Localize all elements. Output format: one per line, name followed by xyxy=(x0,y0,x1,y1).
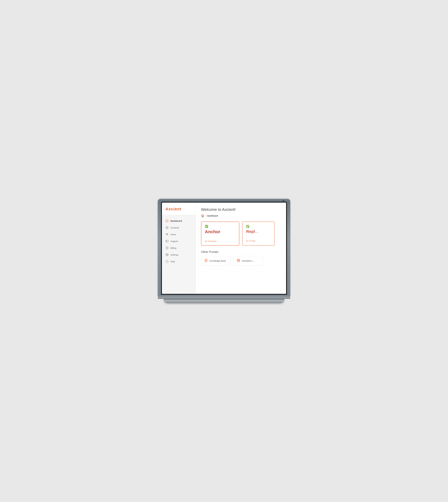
support-icon xyxy=(165,240,169,243)
main-content: Welcome to Axcient! 🏠 / Dashboard ✅ Anch… xyxy=(196,203,286,294)
sidebar-item-users[interactable]: Users xyxy=(162,231,196,238)
breadcrumb: 🏠 / Dashboard xyxy=(201,214,281,217)
card-status-check-replication: ✅ xyxy=(246,225,271,228)
screen-bezel: Axcient Dashboard xyxy=(161,202,287,295)
sidebar-nav: Dashboard Contacts xyxy=(162,215,196,294)
sidebar-logo-area: Axcient xyxy=(162,203,196,215)
laptop-foot xyxy=(164,299,284,303)
page-title: Welcome to Axcient! xyxy=(201,207,281,212)
portal-cards-row: ✅ Anchor Go To Anchor → ✅ Repl... Go To … xyxy=(201,222,281,245)
svg-point-8 xyxy=(166,247,168,249)
sidebar-item-label-billing: Billing xyxy=(170,247,176,249)
sidebar-item-label-help: Help xyxy=(170,260,175,263)
sidebar-item-label-dashboard: Dashboard xyxy=(170,220,182,222)
portal-card-replication[interactable]: ✅ Repl... Go To Rep... xyxy=(242,222,275,245)
card-status-check-anchor: ✅ xyxy=(205,225,236,228)
card-name-replication: Repl... xyxy=(246,229,271,234)
sidebar-item-dashboard[interactable]: Dashboard xyxy=(162,217,196,224)
breadcrumb-current: Dashboard xyxy=(207,215,218,217)
other-portals-title: Other Portals xyxy=(201,250,281,254)
other-portal-name-schedule: Schedule L... xyxy=(242,259,255,262)
laptop-base xyxy=(158,296,290,299)
card-name-anchor: Anchor xyxy=(205,229,236,234)
portal-card-anchor[interactable]: ✅ Anchor Go To Anchor → xyxy=(201,222,239,245)
schedule-icon xyxy=(237,259,240,263)
logo-rest: xcient xyxy=(169,207,181,211)
other-portal-card-schedule[interactable]: Schedule L... xyxy=(233,256,263,266)
breadcrumb-separator: / xyxy=(206,215,206,217)
help-icon xyxy=(165,260,169,263)
breadcrumb-home-icon[interactable]: 🏠 xyxy=(201,214,204,217)
sidebar: Axcient Dashboard xyxy=(162,203,196,294)
brand-logo: Axcient xyxy=(165,207,192,211)
card-link-replication[interactable]: Go To Rep... xyxy=(246,240,271,242)
sidebar-item-contacts[interactable]: Contacts xyxy=(162,224,196,231)
sidebar-item-label-support: Support xyxy=(170,240,178,243)
users-icon xyxy=(165,233,169,236)
logo-accent: A xyxy=(165,207,169,211)
card-link-anchor[interactable]: Go To Anchor → xyxy=(205,240,236,242)
sidebar-item-billing[interactable]: Billing xyxy=(162,244,196,251)
document-icon xyxy=(204,259,208,263)
svg-point-6 xyxy=(167,233,168,234)
contacts-icon xyxy=(165,226,169,229)
other-portals-row: Knowledge Base Schedule L... xyxy=(201,256,281,266)
camera-notch xyxy=(283,200,284,202)
svg-point-9 xyxy=(167,254,167,255)
screen: Axcient Dashboard xyxy=(162,203,286,294)
sidebar-item-settings[interactable]: Settings xyxy=(162,251,196,258)
sidebar-item-label-settings: Settings xyxy=(170,254,178,256)
svg-rect-7 xyxy=(166,240,168,242)
sidebar-item-label-contacts: Contacts xyxy=(170,227,179,229)
laptop-wrapper: Axcient Dashboard xyxy=(158,199,290,303)
billing-icon xyxy=(165,246,169,250)
sidebar-item-help[interactable]: Help xyxy=(162,258,196,265)
sidebar-item-label-users: Users xyxy=(170,233,176,236)
sidebar-item-support[interactable]: Support xyxy=(162,238,196,244)
settings-icon xyxy=(165,253,169,256)
laptop-lid: Axcient Dashboard xyxy=(158,199,290,296)
svg-rect-13 xyxy=(237,259,240,262)
other-portal-card-knowledge-base[interactable]: Knowledge Base xyxy=(201,256,230,266)
svg-rect-14 xyxy=(239,260,239,261)
other-portal-name-knowledge-base: Knowledge Base xyxy=(209,259,226,262)
dashboard-icon xyxy=(165,219,169,222)
